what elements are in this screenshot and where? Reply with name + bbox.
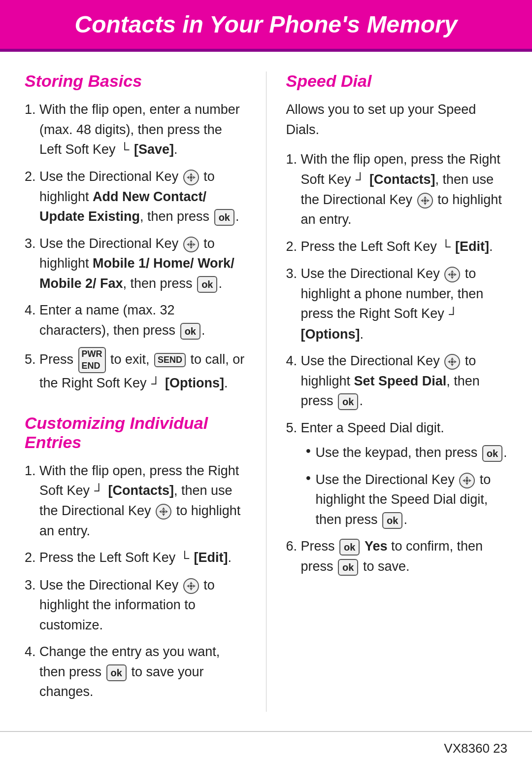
directional-key-icon bbox=[444, 354, 460, 370]
footer-text: VX8360 23 bbox=[444, 741, 507, 756]
svg-marker-8 bbox=[193, 243, 196, 246]
page-title: Contacts in Your Phone's Memory bbox=[20, 11, 512, 38]
list-item: Use the Directional Key to bbox=[306, 470, 508, 530]
customizing-title: Customizing IndividualEntries bbox=[25, 414, 246, 452]
svg-point-39 bbox=[466, 479, 468, 482]
svg-marker-36 bbox=[466, 483, 468, 485]
svg-marker-38 bbox=[469, 479, 471, 482]
options-label: [Options] bbox=[301, 327, 360, 342]
storing-basics-list: With the flip open, enter a number (max.… bbox=[25, 100, 246, 394]
svg-point-29 bbox=[451, 273, 454, 276]
dir-key-svg bbox=[185, 580, 197, 592]
list-item: Use the Directional Key to highlight the… bbox=[39, 575, 246, 635]
left-soft-key-icon: └ bbox=[120, 140, 129, 159]
svg-point-9 bbox=[190, 243, 193, 246]
svg-marker-26 bbox=[451, 277, 454, 279]
svg-marker-0 bbox=[190, 173, 193, 175]
list-item: Use the Directional Key to highlight Mob… bbox=[39, 234, 246, 294]
options-label: [Options] bbox=[165, 376, 224, 390]
list-item: With the flip open, enter a number (max.… bbox=[39, 100, 246, 160]
svg-marker-7 bbox=[187, 243, 189, 246]
list-item: Press ok Yes to confirm, then press ok t… bbox=[301, 536, 508, 576]
svg-marker-5 bbox=[190, 240, 193, 243]
svg-marker-10 bbox=[162, 507, 165, 510]
main-content: Storing Basics With the flip open, enter… bbox=[0, 52, 532, 731]
speed-dial-list: With the flip open, press the Right Soft… bbox=[286, 149, 508, 576]
list-item: Enter a Speed Dial digit. Use the keypad… bbox=[301, 418, 508, 530]
directional-key-icon bbox=[156, 504, 171, 520]
list-item: Use the keypad, then press ok. bbox=[306, 443, 508, 463]
dir-key-svg bbox=[158, 506, 169, 518]
dir-key-svg bbox=[446, 269, 458, 280]
dir-key-svg bbox=[461, 475, 473, 487]
speed-dial-intro: Allows you to set up your Speed Dials. bbox=[286, 100, 508, 139]
end-key-icon: PWREND bbox=[78, 347, 106, 373]
left-soft-key-icon: └ bbox=[180, 549, 189, 568]
ok-key-icon: ok bbox=[338, 559, 358, 576]
speed-dial-title: Speed Dial bbox=[286, 71, 508, 91]
dir-key-svg bbox=[446, 356, 458, 368]
speed-dial-section: Speed Dial Allows you to set up your Spe… bbox=[286, 71, 508, 576]
ok-key-icon: ok bbox=[180, 323, 200, 340]
customizing-list: With the flip open, press the Right Soft… bbox=[25, 461, 246, 702]
svg-marker-30 bbox=[451, 357, 454, 360]
storing-basics-title: Storing Basics bbox=[25, 71, 246, 91]
svg-marker-25 bbox=[451, 270, 454, 273]
directional-key-icon bbox=[183, 170, 199, 185]
svg-marker-6 bbox=[190, 246, 193, 249]
svg-marker-32 bbox=[448, 360, 450, 363]
contacts-label: [Contacts] bbox=[108, 483, 174, 498]
svg-marker-33 bbox=[454, 360, 457, 363]
svg-marker-20 bbox=[424, 196, 427, 199]
svg-marker-31 bbox=[451, 364, 454, 366]
directional-key-icon bbox=[183, 578, 199, 594]
list-item: With the flip open, press the Right Soft… bbox=[301, 149, 508, 230]
dir-key-svg bbox=[185, 172, 197, 183]
list-item: Enter a name (max. 32 characters), then … bbox=[39, 300, 246, 340]
directional-key-icon bbox=[444, 267, 460, 282]
speed-dial-bullets: Use the keypad, then press ok. Use the D… bbox=[301, 443, 508, 529]
customizing-section: Customizing IndividualEntries With the f… bbox=[25, 414, 246, 702]
right-soft-key-icon: ┘ bbox=[151, 374, 160, 393]
svg-marker-28 bbox=[454, 273, 457, 276]
list-item: Use the Directional Key to highlight Set… bbox=[301, 351, 508, 411]
dir-key-svg bbox=[185, 239, 197, 250]
svg-marker-3 bbox=[193, 176, 196, 179]
contacts-label: [Contacts] bbox=[369, 172, 435, 187]
ok-key-icon: ok bbox=[338, 393, 358, 410]
ok-key-icon: ok bbox=[214, 209, 234, 226]
ok-key-icon: ok bbox=[482, 445, 502, 462]
edit-label: [Edit] bbox=[194, 550, 228, 565]
page-footer: VX8360 23 bbox=[0, 731, 532, 765]
svg-point-14 bbox=[162, 510, 165, 513]
svg-point-34 bbox=[451, 360, 454, 363]
ok-key-icon: ok bbox=[339, 539, 360, 556]
svg-marker-37 bbox=[463, 479, 465, 482]
svg-marker-2 bbox=[187, 176, 189, 179]
right-column: Speed Dial Allows you to set up your Spe… bbox=[286, 71, 508, 712]
add-new-contact-label: Add New Contact/Update Existing bbox=[39, 189, 206, 224]
svg-marker-23 bbox=[427, 199, 430, 202]
ok-key-icon: ok bbox=[382, 512, 402, 529]
svg-point-19 bbox=[190, 585, 193, 588]
page-header: Contacts in Your Phone's Memory bbox=[0, 0, 532, 49]
dir-key-svg bbox=[419, 195, 431, 207]
svg-marker-11 bbox=[162, 514, 165, 516]
right-soft-key-icon: ┘ bbox=[449, 305, 458, 324]
list-item: Change the entry as you want, then press… bbox=[39, 642, 246, 702]
ok-key-icon: ok bbox=[106, 664, 127, 681]
right-soft-key-icon: ┘ bbox=[95, 481, 103, 500]
svg-marker-13 bbox=[166, 510, 168, 513]
list-item: Press the Left Soft Key └ [Edit]. bbox=[39, 548, 246, 568]
list-item: Use the Directional Key to highlight a p… bbox=[301, 264, 508, 344]
svg-marker-21 bbox=[424, 203, 427, 205]
directional-key-icon bbox=[417, 193, 433, 209]
svg-marker-22 bbox=[421, 199, 423, 202]
svg-point-24 bbox=[424, 199, 427, 202]
svg-marker-18 bbox=[193, 585, 196, 588]
storing-basics-section: Storing Basics With the flip open, enter… bbox=[25, 71, 246, 394]
left-soft-key-icon: └ bbox=[441, 237, 450, 256]
left-column: Storing Basics With the flip open, enter… bbox=[25, 71, 246, 712]
column-divider bbox=[266, 71, 266, 712]
svg-marker-17 bbox=[187, 585, 189, 588]
